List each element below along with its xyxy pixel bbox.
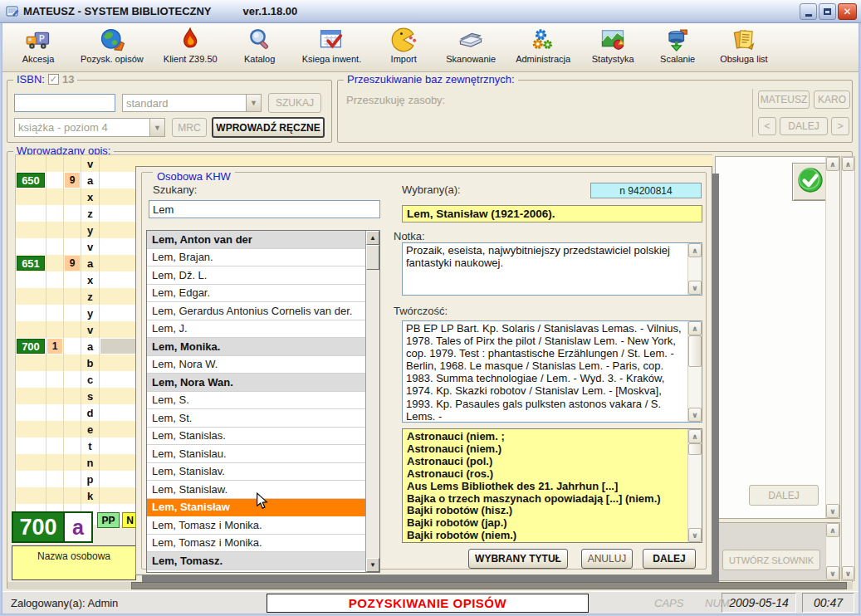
- scroll-down-icon[interactable]: ▼: [366, 558, 379, 572]
- dictionary-panel-scrollbar[interactable]: ∧ ∨: [825, 523, 839, 580]
- titles-list-item[interactable]: Astronauci (ros.): [407, 468, 687, 481]
- scrollbar-thumb[interactable]: [688, 335, 702, 367]
- titles-list-item[interactable]: Astronauci (pol.): [407, 456, 687, 468]
- toolbar-item-statystyka[interactable]: Statystyka: [590, 27, 635, 64]
- scroll-up-icon[interactable]: ∧: [688, 429, 702, 443]
- close-button[interactable]: ✕: [838, 3, 857, 20]
- standard-select[interactable]: standard ▼: [122, 94, 262, 112]
- isbn13-checkbox[interactable]: ✓: [48, 74, 59, 85]
- subfield-code: a: [81, 338, 100, 354]
- toolbar-item-administracja[interactable]: Administracja: [516, 27, 570, 64]
- toolbar-item-obs-uga-list[interactable]: Obsługa list: [720, 27, 767, 64]
- next-button[interactable]: >: [831, 117, 849, 135]
- szukaj-button[interactable]: SZUKAJ: [268, 93, 321, 113]
- names-list-item[interactable]: Lem, Tomasz i Monika.: [147, 535, 365, 553]
- scrollbar-thumb[interactable]: [366, 245, 379, 270]
- toolbar-item-katalog[interactable]: Katalog: [237, 27, 282, 64]
- names-list-item[interactable]: Lem, Dž. L.: [147, 266, 365, 285]
- dalej-panel-button[interactable]: DALEJ: [749, 485, 819, 506]
- scroll-up-icon[interactable]: ∧: [688, 243, 702, 257]
- record-panel-scrollbar[interactable]: ∧ ∨: [825, 157, 839, 518]
- titles-listbox[interactable]: Astronauci (niem. ;Astronauci (niem.)Ast…: [402, 428, 702, 543]
- wprowadz-reczne-button[interactable]: WPROWADŹ RĘCZNE: [212, 117, 325, 138]
- level-select[interactable]: książka - poziom 4 ▼: [14, 118, 165, 137]
- scrollbar-thumb[interactable]: [131, 582, 847, 589]
- names-list-item[interactable]: Lem, St.: [147, 409, 365, 428]
- names-list-item[interactable]: Lem, J.: [147, 320, 365, 339]
- tworczosc-textarea[interactable]: PB EP LP Bart. Kp. Solaris / Stanislavas…: [402, 320, 702, 423]
- szukany-input[interactable]: [149, 200, 380, 218]
- titles-list-item[interactable]: Bajka o trzech maszynach opowiadają [...…: [407, 493, 687, 506]
- status-bar: Zalogowany(a): Admin POZYSKIWANIE OPISÓW…: [2, 591, 859, 614]
- toolbar-item-import[interactable]: Import: [381, 27, 426, 64]
- utworz-slownik-button[interactable]: UTWÓRZ SŁOWNIK: [722, 550, 820, 570]
- scroll-up-icon[interactable]: ∧: [826, 523, 839, 537]
- names-list-item[interactable]: lem: [147, 570, 365, 573]
- current-subfield: a: [65, 511, 93, 543]
- horizontal-scrollbar[interactable]: [7, 582, 853, 589]
- toolbar-item-klient-z39-50[interactable]: Klient Z39.50: [164, 27, 218, 64]
- accept-button[interactable]: [792, 163, 829, 201]
- dalej-nav-button[interactable]: DALEJ: [780, 117, 828, 135]
- names-list-item[interactable]: Lem, Anton van der: [147, 231, 365, 249]
- subfield-code: d: [81, 404, 100, 421]
- titles-list-item[interactable]: Bajki robotów (niem.): [407, 530, 687, 542]
- scroll-up-icon[interactable]: ▲: [366, 231, 379, 245]
- isbn-input[interactable]: [14, 94, 115, 112]
- tworczosc-scrollbar[interactable]: ∧ ∨: [687, 321, 702, 422]
- scrollbar-thumb[interactable]: [688, 443, 702, 455]
- titles-list-item[interactable]: Astronauci (niem.): [407, 443, 687, 456]
- mrc-button[interactable]: MRC: [172, 118, 207, 137]
- scroll-up-icon[interactable]: ∧: [826, 157, 839, 171]
- names-list-item[interactable]: Lem, Monika.: [147, 338, 365, 356]
- scroll-down-icon[interactable]: ∨: [688, 528, 702, 542]
- toolbar-item-scalanie[interactable]: Scalanie: [655, 27, 700, 64]
- scroll-up-icon[interactable]: ∧: [842, 157, 854, 171]
- titles-scrollbar[interactable]: ∧ ∨: [687, 429, 702, 542]
- names-list-item[interactable]: Lem, Stanislav.: [147, 463, 365, 482]
- names-list-item[interactable]: Lem, Tomasz i Monika.: [147, 516, 365, 535]
- toolbar-item-pozysk-opis-w[interactable]: Pozysk. opisów: [81, 27, 144, 64]
- notka-scrollbar[interactable]: ∧ ∨: [687, 243, 702, 295]
- names-list-item[interactable]: Lem, S.: [147, 392, 365, 410]
- scroll-down-icon[interactable]: ∨: [688, 281, 702, 295]
- names-list-item[interactable]: Lem, Stanislau.: [147, 445, 365, 463]
- maximize-button[interactable]: [819, 3, 836, 20]
- titles-list-item[interactable]: Aus Lems Bibliothek des 21. Jahrhun [...…: [407, 481, 687, 493]
- names-list-item[interactable]: Lem, Brajan.: [147, 249, 365, 267]
- notka-textarea[interactable]: Prozaik, eseista, najwybitniejszy przeds…: [402, 242, 702, 296]
- names-list-item[interactable]: Lem, Tomasz.: [147, 552, 365, 570]
- scroll-up-icon[interactable]: ∧: [688, 321, 702, 335]
- names-scrollbar[interactable]: ▲ ▼: [365, 231, 379, 572]
- names-listbox[interactable]: Lem, Anton van derLem, Brajan.Lem, Dž. L…: [146, 230, 380, 573]
- karo-button[interactable]: KARO: [814, 90, 850, 109]
- subfield-code: p: [81, 471, 100, 487]
- dalej-dialog-button[interactable]: DALEJ: [643, 549, 696, 569]
- toolbar-item-akcesja[interactable]: PAkcesja: [16, 27, 61, 64]
- scroll-down-icon[interactable]: ∨: [826, 566, 839, 580]
- names-list-item[interactable]: Lem, Stanislas.: [147, 428, 365, 446]
- toolbar-item-skanowanie[interactable]: Skanowanie: [446, 27, 496, 64]
- scroll-down-icon[interactable]: ∨: [826, 504, 839, 518]
- toolbar-item-ksiega-inwent-[interactable]: Ksiega inwent.: [302, 27, 362, 64]
- merge-db-icon: [665, 27, 690, 53]
- opis-scrollbar[interactable]: ∧ ∨: [841, 156, 855, 581]
- scroll-down-icon[interactable]: ∨: [688, 408, 702, 422]
- prev-button[interactable]: <: [758, 117, 776, 135]
- names-list-item[interactable]: Lem, Nora Wan.: [147, 374, 365, 392]
- wybrany-tytul-button[interactable]: WYBRANY TYTUŁ: [468, 549, 568, 569]
- minimize-button[interactable]: [800, 3, 817, 20]
- scroll-down-icon[interactable]: ∨: [842, 566, 854, 580]
- chart-pie-icon: [600, 27, 625, 53]
- anuluj-button[interactable]: ANULUJ: [581, 549, 633, 569]
- application-window: MATEUSZ - SYSTEM BIBLIOTECZNY ver.1.18.0…: [0, 0, 861, 616]
- titles-list-item[interactable]: Bajki robotów (hisz.): [407, 505, 687, 517]
- title-bar[interactable]: MATEUSZ - SYSTEM BIBLIOTECZNY ver.1.18.0…: [0, 0, 861, 23]
- mateusz-button[interactable]: MATEUSZ: [758, 90, 810, 109]
- subfield-code: e: [81, 421, 100, 438]
- names-list-item[interactable]: Lem, Edgar.: [147, 285, 365, 303]
- names-list-item[interactable]: Lem, Gerardus Antonius Cornelis van der.: [147, 302, 365, 320]
- names-list-item[interactable]: Lem, Nora W.: [147, 356, 365, 374]
- titles-list-item[interactable]: Astronauci (niem. ;: [407, 431, 687, 443]
- titles-list-item[interactable]: Bajki robotów (jap.): [407, 517, 687, 530]
